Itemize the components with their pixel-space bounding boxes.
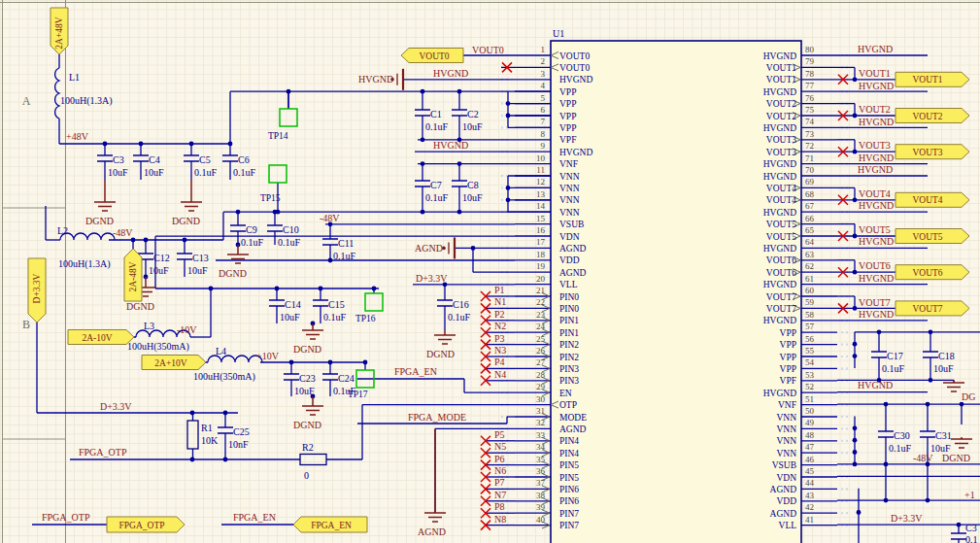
pin-name: VOUT1: [766, 63, 796, 73]
testpoint[interactable]: TP15: [260, 165, 287, 203]
capacitor[interactable]: C30.1: [951, 523, 978, 543]
resistor[interactable]: R20: [300, 442, 326, 481]
port[interactable]: D+3.3V: [28, 258, 46, 322]
port[interactable]: VOUT6: [896, 265, 969, 280]
net-label: N6: [494, 465, 506, 476]
power-port[interactable]: AGND: [415, 237, 455, 258]
testpoint[interactable]: TP14: [268, 91, 297, 141]
pin-number: 23: [536, 310, 546, 320]
junction-dot: [471, 246, 476, 251]
capacitor[interactable]: C210uF: [452, 91, 483, 140]
junction-dot: [131, 238, 136, 243]
pin-name: VPP: [780, 364, 796, 374]
grid-mark: [841, 416, 843, 418]
pin-name: VOUT4: [766, 195, 796, 205]
port[interactable]: VOUT4: [896, 192, 969, 207]
net-label: P1: [494, 285, 505, 295]
pin-number: 39: [536, 502, 546, 512]
ground-label: DGND: [219, 268, 247, 279]
capacitor[interactable]: C70.1uF: [415, 164, 449, 213]
junction-dot: [457, 210, 462, 215]
junction-dot: [457, 89, 462, 94]
port-label: VOUT7: [912, 304, 942, 314]
pin-name: VNN: [559, 195, 580, 205]
capacitor-value: 0.1uF: [425, 192, 449, 203]
junction-dot: [929, 329, 933, 334]
pin-number: 8: [541, 129, 546, 139]
capacitor[interactable]: C1310uF: [177, 240, 209, 277]
port[interactable]: 2A-48V: [124, 249, 142, 301]
resistor[interactable]: R110K: [187, 413, 219, 459]
capacitor[interactable]: C2510nF: [218, 413, 250, 459]
capacitor-ref: C7: [430, 180, 442, 190]
capacitor[interactable]: C410uF: [133, 144, 164, 180]
pin-number: 73: [805, 129, 815, 139]
port[interactable]: 2A+10V: [142, 356, 206, 370]
capacitor-ref: C4: [149, 154, 160, 165]
ic-u1-body[interactable]: [551, 41, 801, 543]
port[interactable]: VOUT0: [401, 49, 463, 63]
power-port[interactable]: HVGND: [358, 69, 403, 90]
pin-number: 69: [805, 177, 815, 187]
testpoint[interactable]: TP16: [355, 293, 383, 323]
port[interactable]: VOUT2: [896, 109, 969, 123]
port-label: FPGA_OTP: [119, 521, 165, 530]
junction-dot: [190, 458, 195, 462]
capacitor[interactable]: C60.1uF: [222, 144, 256, 180]
pin-number: 80: [805, 45, 815, 54]
pin-name: HVGND: [559, 75, 592, 85]
capacitor[interactable]: C810uF: [452, 164, 483, 213]
pin-number: 76: [805, 93, 815, 103]
capacitor[interactable]: C50.1uF: [184, 144, 218, 180]
port[interactable]: VOUT5: [896, 229, 969, 244]
pin-number: 57: [805, 322, 815, 331]
pin-number: 75: [805, 105, 815, 115]
pin-name: VOUT0: [559, 51, 590, 61]
net-label: VOUT3: [859, 140, 891, 151]
port[interactable]: VOUT7: [896, 301, 969, 316]
pin-number: 44: [805, 478, 815, 488]
capacitor[interactable]: C100.1uF: [267, 212, 301, 248]
junction-dot: [960, 402, 964, 407]
junction-dot: [319, 287, 323, 291]
pin-number: 33: [536, 430, 546, 440]
capacitor[interactable]: C2310uF: [284, 362, 316, 396]
net-label: N8: [494, 514, 506, 525]
capacitor[interactable]: C310uF: [97, 144, 128, 180]
port-label: 2A-48V: [128, 261, 138, 291]
junction-dot: [139, 142, 144, 147]
port[interactable]: 2A-10V: [68, 330, 134, 345]
capacitor[interactable]: C1810uF: [923, 332, 955, 381]
pin-number: 6: [541, 105, 546, 115]
capacitor[interactable]: C170.1uF: [871, 332, 905, 381]
capacitor[interactable]: C300.1uF: [878, 404, 912, 464]
capacitor[interactable]: C110.1uF: [322, 224, 356, 261]
port[interactable]: FPGA_EN: [293, 517, 367, 532]
pin-number: 9: [541, 141, 546, 151]
port[interactable]: 2A+48V: [51, 8, 68, 54]
pin-number: 11: [536, 165, 545, 175]
junction-dot: [853, 77, 858, 82]
net-label: N3: [494, 345, 506, 356]
inductor[interactable]: L1100uH(1.3A): [55, 68, 113, 119]
pin-name: PIN3: [559, 376, 579, 386]
inductor-value: 100uH(1.3A): [60, 95, 113, 107]
port-label: FPGA_EN: [311, 521, 352, 530]
port[interactable]: VOUT3: [896, 145, 969, 159]
capacitor[interactable]: C150.1uF: [313, 288, 347, 323]
capacitor[interactable]: C1210uF: [138, 240, 170, 277]
capacitor[interactable]: C160.1uF: [437, 285, 471, 330]
port[interactable]: VOUT1: [896, 72, 969, 86]
net-label: -48V: [913, 453, 933, 463]
port[interactable]: FPGA_OTP: [107, 517, 185, 532]
capacitor[interactable]: C10.1uF: [415, 91, 449, 140]
junction-dot: [328, 258, 333, 263]
junction-dot: [276, 210, 281, 215]
capacitor[interactable]: C90.1uF: [230, 212, 264, 248]
capacitor[interactable]: C1410uF: [269, 288, 301, 323]
net-label: HVGND: [858, 44, 893, 54]
grid-mark: [846, 452, 848, 454]
pin-number: 56: [805, 334, 815, 344]
junction-dot: [275, 287, 280, 291]
grid-mark: [841, 488, 843, 490]
